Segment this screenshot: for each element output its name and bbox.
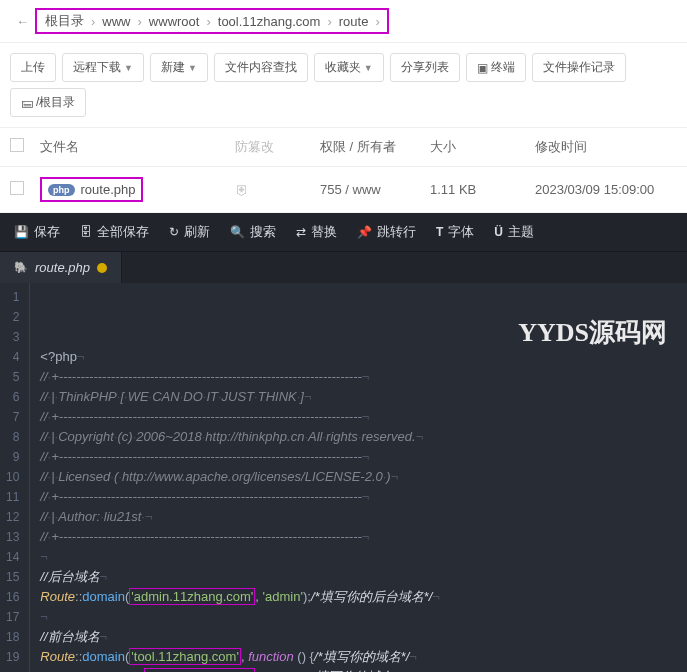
search-button[interactable]: 🔍搜索 [220,219,286,245]
breadcrumb-path: 根目录› www› wwwroot› tool.11zhang.com› rou… [35,8,389,34]
unsaved-dot-icon [97,263,107,273]
replace-button[interactable]: ⇄替换 [286,219,347,245]
file-size: 1.11 KB [430,182,535,197]
code-editor: 💾保存 🗄全部保存 ↻刷新 🔍搜索 ⇄替换 📌跳转行 T字体 Ü主题 🐘 rou… [0,213,687,672]
theme-icon: Ü [494,225,503,239]
editor-toolbar: 💾保存 🗄全部保存 ↻刷新 🔍搜索 ⇄替换 📌跳转行 T字体 Ü主题 [0,213,687,252]
remote-download-button[interactable]: 远程下载▼ [62,53,144,82]
editor-tabs: 🐘 route.php [0,252,687,283]
code-content[interactable]: YYDS源码网 <?php¬//·+----------------------… [30,283,687,672]
select-all-checkbox[interactable] [10,138,24,152]
font-button[interactable]: T字体 [426,219,484,245]
save-button[interactable]: 💾保存 [4,219,70,245]
breadcrumb-bar: ← 根目录› www› wwwroot› tool.11zhang.com› r… [0,0,687,43]
file-mtime: 2023/03/09 15:09:00 [535,182,677,197]
new-button[interactable]: 新建▼ [150,53,208,82]
col-name-header[interactable]: 文件名 [40,138,235,156]
search-icon: 🔍 [230,225,245,239]
upload-button[interactable]: 上传 [10,53,56,82]
bc-route[interactable]: route [335,14,373,29]
disk-icon: 🖴 [21,96,33,110]
bc-root[interactable]: 根目录 [41,12,88,30]
content-search-button[interactable]: 文件内容查找 [214,53,308,82]
file-name-highlight: php route.php [40,177,143,202]
file-name[interactable]: route.php [81,182,136,197]
font-icon: T [436,225,443,239]
row-checkbox[interactable] [10,181,24,195]
save-all-icon: 🗄 [80,225,92,239]
theme-button[interactable]: Ü主题 [484,219,544,245]
back-arrow[interactable]: ← [10,14,35,29]
file-table: 文件名 防篡改 权限 / 所有者 大小 修改时间 php route.php ⛨… [0,128,687,213]
table-row[interactable]: php route.php ⛨ 755 / www 1.11 KB 2023/0… [0,167,687,213]
terminal-button[interactable]: ▣终端 [466,53,526,82]
save-icon: 💾 [14,225,29,239]
code-area[interactable]: 123456789101112131415161718192021222324 … [0,283,687,672]
bc-www[interactable]: www [98,14,134,29]
goto-button[interactable]: 📌跳转行 [347,219,426,245]
tab-route-php[interactable]: 🐘 route.php [0,252,122,283]
save-all-button[interactable]: 🗄全部保存 [70,219,159,245]
tab-label: route.php [35,260,90,275]
php-icon: php [48,184,75,196]
watermark: YYDS源码网 [518,323,667,343]
line-gutter: 123456789101112131415161718192021222324 [0,283,30,672]
refresh-icon: ↻ [169,225,179,239]
col-time-header[interactable]: 修改时间 [535,138,677,156]
col-perm-header[interactable]: 权限 / 所有者 [320,138,430,156]
col-tamper-header[interactable]: 防篡改 [235,138,320,156]
root-button[interactable]: 🖴/根目录 [10,88,86,117]
share-list-button[interactable]: 分享列表 [390,53,460,82]
pin-icon: 📌 [357,225,372,239]
favorites-button[interactable]: 收藏夹▼ [314,53,384,82]
php-file-icon: 🐘 [14,261,28,274]
refresh-button[interactable]: ↻刷新 [159,219,220,245]
file-toolbar: 上传 远程下载▼ 新建▼ 文件内容查找 收藏夹▼ 分享列表 ▣终端 文件操作记录… [0,43,687,128]
bc-domain[interactable]: tool.11zhang.com [214,14,325,29]
file-perm[interactable]: 755 / www [320,182,430,197]
replace-icon: ⇄ [296,225,306,239]
terminal-icon: ▣ [477,61,488,75]
col-size-header[interactable]: 大小 [430,138,535,156]
bc-wwwroot[interactable]: wwwroot [145,14,204,29]
table-header: 文件名 防篡改 权限 / 所有者 大小 修改时间 [0,128,687,167]
shield-icon[interactable]: ⛨ [235,182,249,198]
file-log-button[interactable]: 文件操作记录 [532,53,626,82]
